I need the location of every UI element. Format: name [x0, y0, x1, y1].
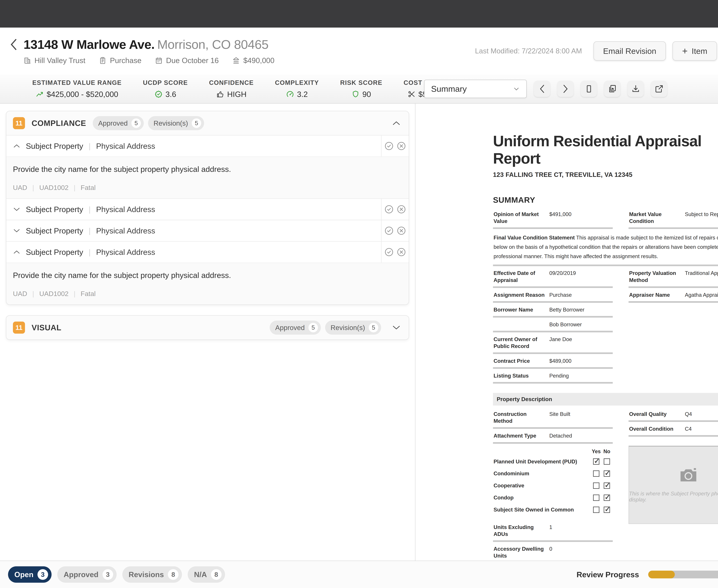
row-divider: | [88, 226, 90, 235]
chevron-right-icon [562, 84, 569, 93]
calendar-icon [155, 57, 163, 64]
due-date-meta: Due October 16 [155, 56, 219, 65]
field-value: Subject to Repair [685, 211, 718, 218]
prev-page-button[interactable] [534, 81, 550, 97]
summary-heading: SUMMARY [493, 195, 718, 205]
approve-item-button[interactable] [385, 205, 393, 214]
compliance-row-detail: Provide the city name for the subject pr… [6, 156, 409, 198]
doc-field-row: Assignment Reason Purchase [493, 288, 613, 302]
document-toolbar: Summary [415, 75, 718, 103]
reject-item-button[interactable] [397, 226, 406, 235]
visual-expand-button[interactable] [391, 322, 402, 333]
reject-item-button[interactable] [397, 248, 406, 256]
open-external-button[interactable] [651, 81, 667, 97]
check-circle-icon [385, 205, 393, 214]
page-header: 13148 W Marlowe Ave. Morrison, CO 80465 … [0, 27, 718, 75]
filter-na[interactable]: N/A 8 [188, 566, 225, 583]
row-category: Subject Property [26, 248, 83, 256]
due-date: Due October 16 [166, 56, 219, 65]
panel-layout-button[interactable] [581, 81, 597, 97]
approved-pill-count: 5 [308, 323, 318, 332]
review-progress-fill [648, 571, 675, 579]
approve-item-button[interactable] [385, 142, 393, 150]
thumb-up-icon [216, 90, 224, 98]
field-label: Current Owner of Public Record [494, 336, 549, 350]
check-circle-icon [385, 248, 393, 256]
filter-count: 3 [38, 569, 48, 580]
compliance-row-toggle[interactable]: Subject Property | Physical Address [6, 135, 381, 156]
download-button[interactable] [628, 81, 644, 97]
approve-item-button[interactable] [385, 248, 393, 256]
approve-item-button[interactable] [385, 226, 393, 235]
download-icon [631, 84, 640, 93]
field-label: Effective Date of Appraisal [494, 270, 549, 284]
field-label: Listing Status [494, 372, 549, 379]
metric-label: COMPLEXITY [275, 79, 319, 86]
yes-checkbox [593, 482, 599, 489]
finding-tags: UAD | UAD1002 | Fatal [13, 290, 402, 298]
row-actions [381, 199, 409, 220]
field-value: C4 [685, 425, 718, 433]
add-item-button[interactable]: + Item [673, 41, 717, 61]
chevron-down-icon [13, 207, 20, 211]
compliance-approved-pill[interactable]: Approved 5 [93, 116, 144, 130]
top-bar [0, 0, 718, 27]
visual-card-header: 11 VISUAL Approved 5 Revision(s) 5 [6, 316, 409, 339]
subject-address: 13148 W Marlowe Ave. [24, 37, 155, 51]
compliance-row-toggle[interactable]: Subject Property | Physical Address [6, 241, 381, 262]
building-icon [24, 57, 31, 64]
yes-checkbox [593, 507, 599, 513]
metric-label: CONFIDENCE [209, 79, 254, 86]
next-page-button[interactable] [557, 81, 574, 97]
document-title: Uniform Residential Appraisal Report [493, 132, 718, 167]
metric-estimated-value-range: ESTIMATED VALUE RANGE $425,000 - $520,00… [32, 79, 122, 99]
compliance-row-toggle[interactable]: Subject Property | Physical Address [6, 199, 381, 220]
metric-label: ESTIMATED VALUE RANGE [32, 79, 122, 86]
row-divider: | [88, 205, 90, 214]
client-meta: Hill Valley Trust [24, 56, 85, 65]
metric-value: 90 [363, 90, 371, 99]
metric-label: UCDP SCORE [143, 79, 188, 86]
trend-up-icon [36, 90, 44, 98]
metric-value: 3.6 [165, 90, 176, 99]
email-revision-label: Email Revision [603, 46, 656, 56]
compliance-revisions-pill[interactable]: Revision(s) 5 [148, 116, 204, 130]
no-column-label: No [601, 448, 612, 455]
document-section-select[interactable]: Summary [424, 80, 527, 98]
doc-field-row: Units Excluding ADUs 1 [493, 520, 613, 542]
loan-amount: $490,000 [243, 56, 274, 65]
checkbox-label: Subject Site Owned in Common [494, 506, 591, 513]
compliance-row-detail: Provide the city name for the subject pr… [6, 262, 409, 304]
tag: Fatal [81, 184, 96, 191]
metric-value: 3.2 [297, 90, 308, 99]
reject-item-button[interactable] [397, 142, 406, 150]
doc-field-row: Contract Price $489,000 [493, 354, 613, 369]
row-category: Subject Property [26, 205, 83, 214]
duplicate-document-button[interactable] [604, 81, 620, 97]
checkbox-label: Cooperative [494, 482, 591, 489]
row-subcategory: Physical Address [96, 248, 155, 256]
final-value-statement: Final Value Condition Statement This app… [493, 229, 718, 266]
photo-placeholder-caption: This is where the Subject Property photo… [629, 491, 718, 503]
visual-revisions-pill[interactable]: Revision(s) 5 [325, 320, 381, 335]
reject-item-button[interactable] [397, 205, 406, 214]
order-type-meta: Purchase [99, 56, 141, 65]
gauge-icon [286, 90, 294, 98]
field-value: 1 [549, 524, 612, 531]
back-button[interactable] [8, 38, 19, 51]
metric-complexity: COMPLEXITY 3.2 [275, 79, 319, 99]
compliance-row-toggle[interactable]: Subject Property | Physical Address [6, 220, 381, 241]
email-revision-button[interactable]: Email Revision [594, 41, 666, 61]
statement-label: Final Value Condition Statement [494, 235, 575, 240]
field-value: Betty Borrower [549, 306, 612, 313]
compliance-collapse-button[interactable] [391, 118, 402, 129]
metric-value: HIGH [227, 90, 247, 99]
filter-open[interactable]: Open 3 [8, 566, 52, 583]
filter-approved[interactable]: Approved 3 [57, 566, 117, 583]
finding-description: Provide the city name for the subject pr… [13, 271, 402, 280]
visual-title: VISUAL [32, 323, 61, 332]
client-name: Hill Valley Trust [35, 56, 85, 65]
filter-revisions[interactable]: Revisions 8 [122, 566, 182, 583]
visual-approved-pill[interactable]: Approved 5 [270, 320, 321, 335]
panel-icon [584, 84, 594, 93]
